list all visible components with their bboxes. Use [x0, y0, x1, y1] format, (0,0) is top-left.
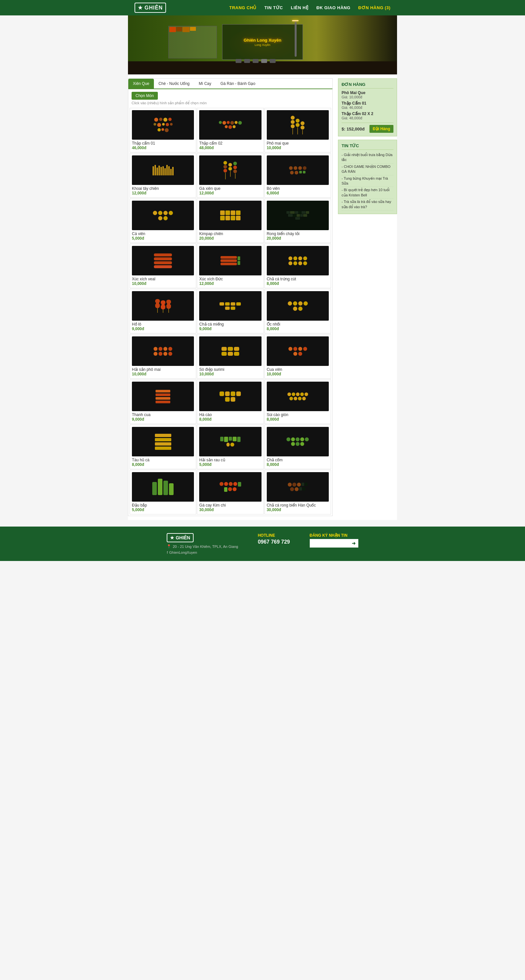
product-name: Chả cốm — [267, 458, 329, 462]
product-item[interactable]: Chả cá rong biển Hàn Quốc 30,000đ — [265, 470, 331, 514]
product-item[interactable]: Bò viên 6,000đ — [265, 153, 331, 198]
product-price: 5,000đ — [132, 508, 194, 512]
product-item[interactable]: Thập cẩm 01 46,000đ — [129, 108, 196, 153]
nav-don-hang[interactable]: ĐƠN HÀNG (3) — [358, 5, 391, 10]
product-item[interactable]: Cá viên 5,000đ — [129, 198, 196, 243]
tin-tuc-item[interactable]: - Giải nhiệt buổi trưa bằng Dừa tắc — [341, 152, 393, 164]
product-price: 12,000đ — [132, 191, 194, 196]
order-item-price: Giá: 48,000đ — [341, 116, 393, 120]
product-name: Rong biển cháy tỏi — [267, 231, 329, 236]
product-price: 10,000đ — [267, 146, 329, 150]
tab-ga-ran[interactable]: Gà Rán - Bánh Gạo — [216, 79, 260, 89]
product-item[interactable]: Kimpap chiên 20,000đ — [197, 198, 263, 243]
product-price: 20,000đ — [199, 236, 261, 241]
nav-dk-giao-hang[interactable]: ĐK GIAO HÀNG — [316, 5, 350, 10]
order-item-name: Thập Cẩm 01 — [341, 101, 393, 106]
product-price: 8,000đ — [267, 462, 329, 467]
order-total-row: $: 152,000đ Đặt Hàng — [341, 123, 393, 133]
product-item[interactable]: Sùi cào giòn 8,000đ — [265, 379, 331, 424]
footer-hotline-label: HOTLINE — [258, 533, 290, 538]
product-item[interactable]: Tàu hũ cà 8,000đ — [129, 425, 196, 469]
location-icon: 📍 — [167, 544, 171, 549]
product-item[interactable]: Chả cá trứng cút 8,000đ — [265, 243, 331, 288]
product-item[interactable]: Rong biển cháy tỏi 20,000đ — [265, 198, 331, 243]
product-name: Xúc xích Đức — [199, 277, 261, 281]
product-item[interactable]: Phô mai que 10,000đ — [265, 108, 331, 153]
product-item[interactable]: Xúc xích Đức 12,000đ — [197, 243, 263, 288]
nav-lien-he[interactable]: LIÊN HỆ — [291, 5, 308, 10]
footer-logo-text: GHIÊN — [176, 535, 190, 540]
order-item: Phô Mai Que Giá: 10,000đ — [341, 91, 393, 99]
product-name: Khoai tây chiên — [132, 186, 194, 191]
don-hang-title: ĐƠN HÀNG — [341, 82, 393, 89]
product-name: Chả cá trứng cút — [267, 277, 329, 281]
product-item[interactable]: Chả cá miếng 9,000đ — [197, 289, 263, 333]
tin-tuc-item[interactable]: - CHOI GAME NHẬN COMBO GÀ RÁN — [341, 164, 393, 175]
order-item-price: Giá: 10,000đ — [341, 95, 393, 99]
newsletter-submit-button[interactable]: ➜ — [349, 539, 358, 547]
footer-newsletter-label: ĐĂNG KÝ NHẬN TIN — [310, 533, 358, 538]
product-item[interactable]: Gà xiên que 12,000đ — [197, 153, 263, 198]
category-tabs: Xiên Que Chè - Nước Uống Mì Cay Gà Rán -… — [128, 79, 332, 89]
store-name-sign: Ghiên Long Xuyên — [244, 38, 281, 43]
chon-mon-button[interactable]: Chọn Món — [132, 92, 158, 100]
right-sidebar: ĐƠN HÀNG Phô Mai Que Giá: 10,000đ Thập C… — [338, 78, 397, 214]
hero-banner: Ghiên Long Xuyên Long Xuyên — [128, 16, 397, 75]
footer-social[interactable]: f GhienLongXuyen — [167, 550, 238, 554]
product-price: 9,000đ — [132, 417, 194, 422]
product-item[interactable]: Xúc xích veal 10,000đ — [129, 243, 196, 288]
product-item[interactable]: Cua viên 10,000đ — [265, 334, 331, 379]
tin-tuc-item[interactable]: - Tung bừng Khuyến mại Trà Sữa — [341, 175, 393, 187]
product-item[interactable]: Hải sản phô mai 10,000đ — [129, 334, 196, 379]
product-item[interactable]: Ốc nhồi 8,000đ — [265, 289, 331, 333]
product-item[interactable]: Gà cay Kim chi 30,000đ — [197, 470, 263, 514]
product-item[interactable]: Thanh cua 9,000đ — [129, 379, 196, 424]
product-name: Chả cá miếng — [199, 322, 261, 326]
product-name: Hải sản phô mai — [132, 367, 194, 372]
product-name: Hồ lô — [132, 322, 194, 326]
product-price: 10,000đ — [267, 372, 329, 376]
product-item[interactable]: Chả cốm 8,000đ — [265, 425, 331, 469]
product-price: 8,000đ — [267, 417, 329, 422]
product-price: 12,000đ — [199, 281, 261, 286]
tab-xien-que[interactable]: Xiên Que — [128, 79, 154, 89]
order-item-name: Phô Mai Que — [341, 91, 393, 95]
don-hang-box: ĐƠN HÀNG Phô Mai Que Giá: 10,000đ Thập C… — [338, 78, 397, 137]
logo-text: GHIÊN — [144, 5, 163, 11]
product-price: 8,000đ — [267, 281, 329, 286]
footer-hotline-section: HOTLINE 0967 769 729 — [258, 533, 290, 554]
product-price: 10,000đ — [199, 372, 261, 376]
tin-tuc-item[interactable]: - Trà sữa là trà đổ vào sữa hay sữa đổ v… — [341, 199, 393, 210]
nav-trang-chu[interactable]: TRANG CHỦ — [229, 5, 257, 10]
order-total-amount: $: 152,000đ — [341, 127, 365, 132]
product-name: Sò điệp surimi — [199, 367, 261, 372]
product-item[interactable]: Hà cào 8,000đ — [197, 379, 263, 424]
click-hint: Click vào (nhiều) hình sản phẩm để chọn … — [132, 101, 329, 105]
product-item[interactable]: Sò điệp surimi 10,000đ — [197, 334, 263, 379]
tin-tuc-item[interactable]: - Bí quyết trẻ đẹp hơn 10 tuổi của Krist… — [341, 187, 393, 199]
logo-icon: ★ — [138, 5, 143, 11]
header-logo: ★ GHIÊN — [134, 3, 166, 13]
product-name: Gà cay Kim chi — [199, 503, 261, 508]
tin-tuc-title: TIN TỨC — [341, 143, 393, 150]
order-item-name: Thập Cẩm 02 X 2 — [341, 111, 393, 116]
product-item[interactable]: Hải sản rau củ 5,000đ — [197, 425, 263, 469]
product-name: Ốc nhồi — [267, 322, 329, 326]
newsletter-input[interactable] — [310, 539, 349, 547]
product-price: 20,000đ — [267, 236, 329, 241]
product-price: 5,000đ — [132, 236, 194, 241]
product-price: 8,000đ — [267, 326, 329, 331]
product-item[interactable]: Thập cẩm 02 48,000đ — [197, 108, 263, 153]
product-price: 30,000đ — [199, 508, 261, 512]
tab-che-nuoc-uong[interactable]: Chè - Nước Uống — [154, 79, 194, 89]
nav-tin-tuc[interactable]: TIN TỨC — [265, 5, 283, 10]
facebook-icon: f — [167, 550, 168, 554]
footer-logo-section: ★ GHIÊN 📍 20 - 21 Ung Văn Khiêm, TPLX, A… — [167, 533, 238, 554]
product-price: 9,000đ — [199, 326, 261, 331]
dat-hang-button[interactable]: Đặt Hàng — [369, 125, 393, 133]
product-item[interactable]: Khoai tây chiên 12,000đ — [129, 153, 196, 198]
product-price: 30,000đ — [267, 508, 329, 512]
product-item[interactable]: Hồ lô 9,000đ — [129, 289, 196, 333]
product-item[interactable]: Đậu bắp 5,000đ — [129, 470, 196, 514]
tab-mi-cay[interactable]: Mì Cay — [194, 79, 216, 89]
